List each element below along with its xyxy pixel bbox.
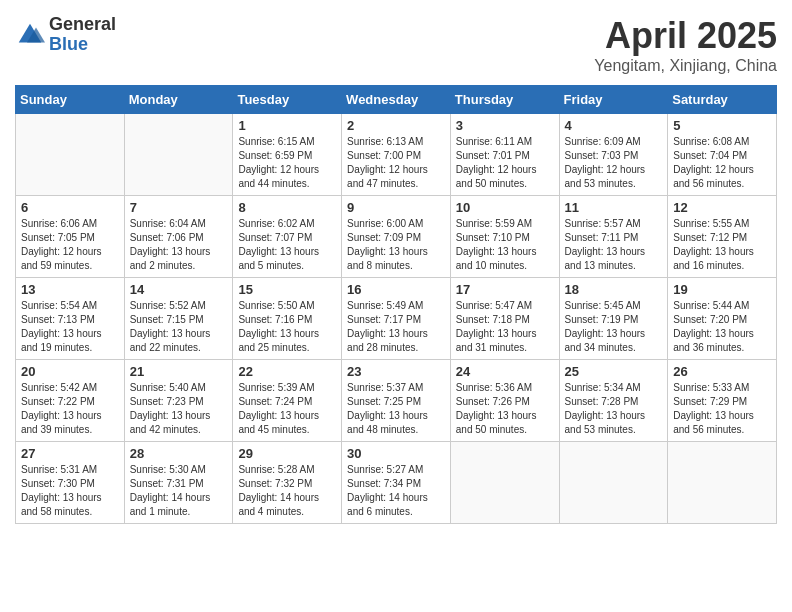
day-info: Sunrise: 5:47 AM Sunset: 7:18 PM Dayligh… — [456, 299, 554, 355]
day-info: Sunrise: 5:40 AM Sunset: 7:23 PM Dayligh… — [130, 381, 228, 437]
logo-icon — [15, 20, 45, 50]
day-info: Sunrise: 5:39 AM Sunset: 7:24 PM Dayligh… — [238, 381, 336, 437]
calendar-week-row: 13Sunrise: 5:54 AM Sunset: 7:13 PM Dayli… — [16, 278, 777, 360]
logo-general-text: General — [49, 15, 116, 35]
day-info: Sunrise: 5:45 AM Sunset: 7:19 PM Dayligh… — [565, 299, 663, 355]
logo: General Blue — [15, 15, 116, 55]
weekday-header-cell: Friday — [559, 86, 668, 114]
calendar-cell — [124, 114, 233, 196]
day-number: 29 — [238, 446, 336, 461]
day-info: Sunrise: 5:37 AM Sunset: 7:25 PM Dayligh… — [347, 381, 445, 437]
calendar-cell: 14Sunrise: 5:52 AM Sunset: 7:15 PM Dayli… — [124, 278, 233, 360]
calendar-cell: 23Sunrise: 5:37 AM Sunset: 7:25 PM Dayli… — [342, 360, 451, 442]
day-number: 26 — [673, 364, 771, 379]
day-info: Sunrise: 5:52 AM Sunset: 7:15 PM Dayligh… — [130, 299, 228, 355]
month-title: April 2025 — [594, 15, 777, 57]
calendar-cell — [16, 114, 125, 196]
day-number: 11 — [565, 200, 663, 215]
day-info: Sunrise: 5:28 AM Sunset: 7:32 PM Dayligh… — [238, 463, 336, 519]
day-number: 19 — [673, 282, 771, 297]
day-number: 2 — [347, 118, 445, 133]
day-number: 9 — [347, 200, 445, 215]
day-info: Sunrise: 5:59 AM Sunset: 7:10 PM Dayligh… — [456, 217, 554, 273]
day-info: Sunrise: 5:50 AM Sunset: 7:16 PM Dayligh… — [238, 299, 336, 355]
day-number: 23 — [347, 364, 445, 379]
day-info: Sunrise: 5:44 AM Sunset: 7:20 PM Dayligh… — [673, 299, 771, 355]
day-number: 18 — [565, 282, 663, 297]
weekday-header-cell: Wednesday — [342, 86, 451, 114]
calendar-week-row: 20Sunrise: 5:42 AM Sunset: 7:22 PM Dayli… — [16, 360, 777, 442]
day-number: 3 — [456, 118, 554, 133]
day-info: Sunrise: 6:06 AM Sunset: 7:05 PM Dayligh… — [21, 217, 119, 273]
day-number: 16 — [347, 282, 445, 297]
calendar-cell: 5Sunrise: 6:08 AM Sunset: 7:04 PM Daylig… — [668, 114, 777, 196]
calendar-cell: 16Sunrise: 5:49 AM Sunset: 7:17 PM Dayli… — [342, 278, 451, 360]
calendar-cell: 22Sunrise: 5:39 AM Sunset: 7:24 PM Dayli… — [233, 360, 342, 442]
calendar-cell — [559, 442, 668, 524]
calendar-cell: 17Sunrise: 5:47 AM Sunset: 7:18 PM Dayli… — [450, 278, 559, 360]
day-number: 10 — [456, 200, 554, 215]
calendar-cell: 21Sunrise: 5:40 AM Sunset: 7:23 PM Dayli… — [124, 360, 233, 442]
day-number: 15 — [238, 282, 336, 297]
day-info: Sunrise: 6:11 AM Sunset: 7:01 PM Dayligh… — [456, 135, 554, 191]
day-info: Sunrise: 5:30 AM Sunset: 7:31 PM Dayligh… — [130, 463, 228, 519]
calendar-cell: 15Sunrise: 5:50 AM Sunset: 7:16 PM Dayli… — [233, 278, 342, 360]
day-info: Sunrise: 5:42 AM Sunset: 7:22 PM Dayligh… — [21, 381, 119, 437]
day-number: 21 — [130, 364, 228, 379]
calendar-cell: 3Sunrise: 6:11 AM Sunset: 7:01 PM Daylig… — [450, 114, 559, 196]
day-info: Sunrise: 5:34 AM Sunset: 7:28 PM Dayligh… — [565, 381, 663, 437]
calendar-cell: 19Sunrise: 5:44 AM Sunset: 7:20 PM Dayli… — [668, 278, 777, 360]
calendar-cell: 28Sunrise: 5:30 AM Sunset: 7:31 PM Dayli… — [124, 442, 233, 524]
day-info: Sunrise: 5:54 AM Sunset: 7:13 PM Dayligh… — [21, 299, 119, 355]
day-number: 6 — [21, 200, 119, 215]
day-number: 22 — [238, 364, 336, 379]
day-number: 7 — [130, 200, 228, 215]
calendar-cell — [450, 442, 559, 524]
day-info: Sunrise: 6:00 AM Sunset: 7:09 PM Dayligh… — [347, 217, 445, 273]
calendar-cell: 11Sunrise: 5:57 AM Sunset: 7:11 PM Dayli… — [559, 196, 668, 278]
day-number: 1 — [238, 118, 336, 133]
page-header: General Blue April 2025 Yengitam, Xinjia… — [15, 15, 777, 75]
calendar-cell: 7Sunrise: 6:04 AM Sunset: 7:06 PM Daylig… — [124, 196, 233, 278]
calendar-cell: 10Sunrise: 5:59 AM Sunset: 7:10 PM Dayli… — [450, 196, 559, 278]
weekday-header-cell: Monday — [124, 86, 233, 114]
day-number: 13 — [21, 282, 119, 297]
weekday-header-cell: Thursday — [450, 86, 559, 114]
day-info: Sunrise: 6:02 AM Sunset: 7:07 PM Dayligh… — [238, 217, 336, 273]
day-info: Sunrise: 6:13 AM Sunset: 7:00 PM Dayligh… — [347, 135, 445, 191]
calendar-cell: 26Sunrise: 5:33 AM Sunset: 7:29 PM Dayli… — [668, 360, 777, 442]
day-info: Sunrise: 5:36 AM Sunset: 7:26 PM Dayligh… — [456, 381, 554, 437]
day-number: 20 — [21, 364, 119, 379]
weekday-header-cell: Tuesday — [233, 86, 342, 114]
day-info: Sunrise: 5:31 AM Sunset: 7:30 PM Dayligh… — [21, 463, 119, 519]
calendar-cell: 4Sunrise: 6:09 AM Sunset: 7:03 PM Daylig… — [559, 114, 668, 196]
day-number: 27 — [21, 446, 119, 461]
day-number: 24 — [456, 364, 554, 379]
calendar-cell: 8Sunrise: 6:02 AM Sunset: 7:07 PM Daylig… — [233, 196, 342, 278]
calendar-week-row: 27Sunrise: 5:31 AM Sunset: 7:30 PM Dayli… — [16, 442, 777, 524]
calendar-cell: 12Sunrise: 5:55 AM Sunset: 7:12 PM Dayli… — [668, 196, 777, 278]
day-number: 25 — [565, 364, 663, 379]
calendar-cell: 18Sunrise: 5:45 AM Sunset: 7:19 PM Dayli… — [559, 278, 668, 360]
day-number: 28 — [130, 446, 228, 461]
weekday-header-cell: Saturday — [668, 86, 777, 114]
calendar-week-row: 6Sunrise: 6:06 AM Sunset: 7:05 PM Daylig… — [16, 196, 777, 278]
logo-blue-text: Blue — [49, 35, 116, 55]
logo-text: General Blue — [49, 15, 116, 55]
calendar-cell: 20Sunrise: 5:42 AM Sunset: 7:22 PM Dayli… — [16, 360, 125, 442]
location-title: Yengitam, Xinjiang, China — [594, 57, 777, 75]
day-info: Sunrise: 5:33 AM Sunset: 7:29 PM Dayligh… — [673, 381, 771, 437]
calendar-body: 1Sunrise: 6:15 AM Sunset: 6:59 PM Daylig… — [16, 114, 777, 524]
day-info: Sunrise: 5:27 AM Sunset: 7:34 PM Dayligh… — [347, 463, 445, 519]
calendar-table: SundayMondayTuesdayWednesdayThursdayFrid… — [15, 85, 777, 524]
calendar-cell — [668, 442, 777, 524]
day-info: Sunrise: 6:15 AM Sunset: 6:59 PM Dayligh… — [238, 135, 336, 191]
weekday-header-cell: Sunday — [16, 86, 125, 114]
calendar-week-row: 1Sunrise: 6:15 AM Sunset: 6:59 PM Daylig… — [16, 114, 777, 196]
day-number: 30 — [347, 446, 445, 461]
weekday-header-row: SundayMondayTuesdayWednesdayThursdayFrid… — [16, 86, 777, 114]
calendar-cell: 25Sunrise: 5:34 AM Sunset: 7:28 PM Dayli… — [559, 360, 668, 442]
calendar-cell: 30Sunrise: 5:27 AM Sunset: 7:34 PM Dayli… — [342, 442, 451, 524]
day-info: Sunrise: 6:04 AM Sunset: 7:06 PM Dayligh… — [130, 217, 228, 273]
day-info: Sunrise: 5:55 AM Sunset: 7:12 PM Dayligh… — [673, 217, 771, 273]
